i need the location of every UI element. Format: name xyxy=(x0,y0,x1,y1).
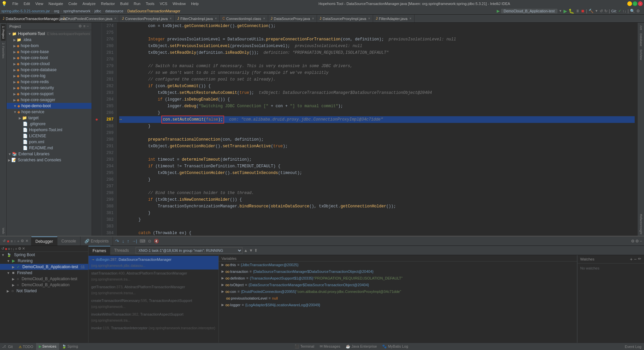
path-springframework[interactable]: springframework xyxy=(63,9,90,13)
path-jdbc[interactable]: jdbc xyxy=(95,9,101,13)
var-definition[interactable]: ▶ oo definition = {TransactionAspectSupp… xyxy=(219,275,577,282)
tree-item-iml[interactable]: 📄 Hopehomi-Tool.iml xyxy=(7,127,92,133)
java-enterprise-tab[interactable]: ☕ Java Enterprise xyxy=(344,344,378,349)
right-panel-sciview[interactable]: SciView xyxy=(639,48,643,61)
sidebar-close-icon[interactable]: − xyxy=(87,24,89,28)
menu-view[interactable]: View xyxy=(33,1,46,6)
menu-file[interactable]: File xyxy=(10,1,21,6)
tree-item-idea[interactable]: ▶ 📁 .idea xyxy=(7,37,92,43)
tree-item-license[interactable]: 📄 LICENSE xyxy=(7,133,92,139)
code-content[interactable]: con = txObject.getConnectionHolder().get… xyxy=(117,23,637,236)
menu-refactor[interactable]: Refactor xyxy=(98,1,118,6)
svc-icon2[interactable]: ■ xyxy=(5,247,7,251)
thread-nav-filter[interactable]: ⬆ xyxy=(254,248,258,253)
menu-navigate[interactable]: Navigate xyxy=(46,1,65,6)
tab-filter-adapter[interactable]: J FilterAdapter.java × xyxy=(373,15,414,22)
var-prev-isolation[interactable]: oo previousIsolationLevel = null xyxy=(219,295,577,302)
tree-item-hope-bom[interactable]: ▶ ◆ hope-bom xyxy=(7,43,92,49)
tab-datasource-proxy[interactable]: J DataSourceProxy.java × xyxy=(268,15,317,22)
path-datasource[interactable]: datasource xyxy=(105,9,123,13)
bottom-tab-endpoints[interactable]: 🔗 Endpoints xyxy=(80,236,113,245)
maximize-button[interactable]: □ xyxy=(633,1,637,6)
svc-icon4[interactable]: ↑↓ xyxy=(11,247,14,251)
var-txobject[interactable]: ▶ oo txObject = {DataSourceTransactionMa… xyxy=(219,282,577,288)
var-transaction[interactable]: ▶ oo transaction = {DataSourceTransactio… xyxy=(219,268,577,275)
svc-running-group[interactable]: ▼ ▶ Running xyxy=(0,258,88,264)
tree-item-hope-service[interactable]: ▼ ◆ hope-service xyxy=(7,109,92,115)
path-class[interactable]: DataSourceTransactionManager xyxy=(127,9,180,13)
tree-item-hope-core-swagger[interactable]: ▶ ◆ hope-core-swagger xyxy=(7,97,92,103)
bottom-tbtn5[interactable]: ✕ xyxy=(25,239,28,243)
frame-item-2[interactable]: getTransaction:373, AbstractPlatformTran… xyxy=(89,283,218,297)
svc-springboot-group[interactable]: ▼ 🍃 Spring Boot xyxy=(0,252,88,258)
code-editor[interactable]: ● 274 275 2 xyxy=(92,23,637,236)
frame-item-4[interactable]: invokeWithinTransaction:382, Transaction… xyxy=(89,311,218,324)
debug-tab-threads[interactable]: Threads xyxy=(110,246,133,255)
tree-item-hopehomi[interactable]: ▼ 📁 Hopehomi-Tool E:\idea-workspace\hope… xyxy=(7,31,92,37)
thread-nav-down[interactable]: ▼ xyxy=(249,248,253,253)
messages-tab[interactable]: ✉ Messages xyxy=(318,344,342,349)
tree-item-external-libs[interactable]: ▼ 📚 External Libraries xyxy=(7,151,92,157)
debug-tab-frames[interactable]: Frames xyxy=(89,246,110,255)
debug-evaluate[interactable]: ⌨ xyxy=(139,239,146,243)
tree-item-hope-core-database[interactable]: ▶ ◆ hope-core-database xyxy=(7,67,92,73)
tab-datasource-transaction-manager[interactable]: J DataSourceTransactionManager.java × xyxy=(0,15,60,22)
tree-item-hope-core-cloud[interactable]: ▶ ◆ hope-core-cloud xyxy=(7,61,92,67)
menu-analyze[interactable]: Analyze xyxy=(80,1,98,6)
bottom-stop-services-icon[interactable]: ■ xyxy=(7,239,9,243)
right-panel-ant[interactable]: Ant xyxy=(639,24,643,31)
bottom-tbtn3[interactable]: + xyxy=(17,239,19,243)
vtab-project[interactable]: 1: Project xyxy=(1,24,6,41)
close-button[interactable]: × xyxy=(638,1,643,6)
thread-nav-up[interactable]: ▲ xyxy=(244,248,248,253)
git-tab[interactable]: Git xyxy=(7,345,14,349)
tab-datasource-proxy-impl[interactable]: J DataSourceProxyImpl.java × xyxy=(317,15,373,22)
tree-item-hope-core-security[interactable]: ▶ ◆ hope-core-security xyxy=(7,85,92,91)
var-logger[interactable]: ▶ oo logger = {LogAdapter$Slf4jLocationA… xyxy=(219,302,577,308)
frame-item-1[interactable]: startTransaction:400, AbstractPlatformTr… xyxy=(89,270,218,283)
svc-app-main[interactable]: ▶ ○ DemoCloud_B_Application xyxy=(0,282,88,288)
tree-item-hope-core-redis[interactable]: ▶ ◆ hope-core-redis xyxy=(7,79,92,85)
tree-item-readme[interactable]: 📄 README.md xyxy=(7,145,92,151)
svc-finished-group[interactable]: ▼ ■ Finished xyxy=(0,270,88,276)
svc-icon7[interactable]: ✕ xyxy=(22,246,25,251)
svc-icon3[interactable]: ≡ xyxy=(8,247,10,251)
svc-not-started-group[interactable]: ▶ ○ Not Started xyxy=(0,288,88,294)
menu-vcs[interactable]: VCS xyxy=(157,1,170,6)
mybatis-tab[interactable]: 🐾 MyBatis Log xyxy=(381,344,410,349)
vtab-web[interactable]: Web xyxy=(1,226,6,236)
svc-icon1[interactable]: ↺ xyxy=(1,246,4,251)
svc-app-test2[interactable]: ▶ ○ DemoCloud_B_Application-test xyxy=(0,276,88,282)
tab-connection-proxy-impl[interactable]: J ConnectionProxyImpl.java × xyxy=(119,15,175,22)
tree-item-pom[interactable]: 📄 pom.xml xyxy=(7,139,92,145)
terminal-tab[interactable]: ⬛ Terminal xyxy=(293,344,315,349)
bottom-tbtn2[interactable]: ↑ xyxy=(14,239,16,243)
svc-icon5[interactable]: + xyxy=(15,247,17,251)
bottom-hide-icon[interactable]: − xyxy=(640,239,642,243)
tree-item-hope-core-log[interactable]: ▶ ◆ hope-core-log xyxy=(7,73,92,79)
debug-step-over[interactable]: ↷ xyxy=(114,238,120,244)
bottom-tab-console[interactable]: Console xyxy=(57,236,80,245)
frame-item-3[interactable]: createTransactionIfNecessary:595, Transa… xyxy=(89,297,218,311)
tree-item-target[interactable]: ▶ 📁 target xyxy=(7,115,92,121)
svc-icon6[interactable]: ⚙ xyxy=(18,246,21,251)
menu-window[interactable]: Window xyxy=(170,1,188,6)
event-log[interactable]: Event Log xyxy=(623,345,643,349)
menu-build[interactable]: Build xyxy=(118,1,131,6)
watches-remove-icon[interactable]: − xyxy=(634,256,637,262)
bottom-refresh-icon[interactable]: ↺ xyxy=(3,239,6,243)
menu-tools[interactable]: Tools xyxy=(143,1,157,6)
menu-run[interactable]: Run xyxy=(131,1,143,6)
bottom-settings-icon[interactable]: ⚙ xyxy=(631,239,635,243)
svc-app-test-running[interactable]: ▶ ✓ DemoCloud_B_Application-test :11 xyxy=(0,264,88,270)
debug-step-into[interactable]: ↓ xyxy=(121,238,125,244)
debug-run-to[interactable]: →| xyxy=(131,239,138,243)
bottom-tbtn4[interactable]: ⚙ xyxy=(21,239,24,243)
tree-item-hope-core-boot[interactable]: ▶ ◆ hope-core-boot xyxy=(7,55,92,61)
vtab-favorites[interactable]: 2: Favorites xyxy=(1,41,6,60)
tree-item-hope-core-base[interactable]: ▶ ◆ hope-core-base xyxy=(7,49,92,55)
tree-item-hope-demo-boot[interactable]: ▼ ◆ hope-demo-boot xyxy=(7,103,92,109)
tab-filter-chain-impl[interactable]: J FilterChainImpl.java × xyxy=(175,15,220,22)
debug-mute[interactable]: 🔇 xyxy=(153,239,160,243)
services-tab[interactable]: ▶ Services xyxy=(37,344,58,349)
